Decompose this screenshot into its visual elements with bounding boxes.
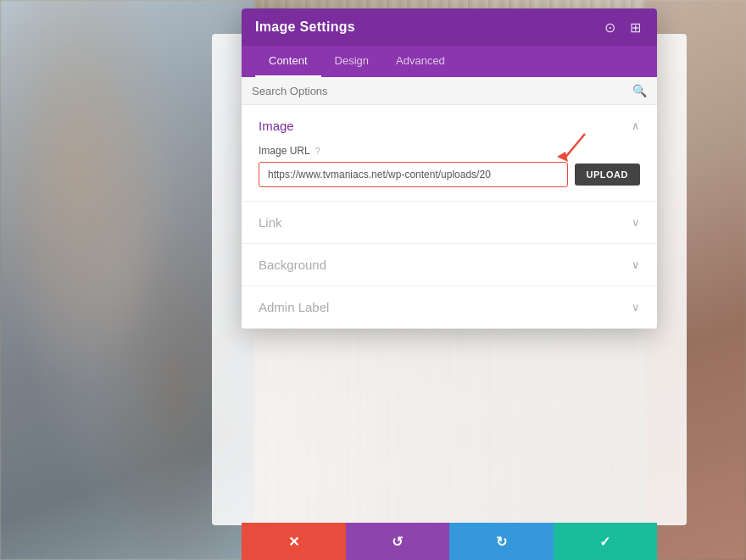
image-url-help[interactable]: ? [315,146,320,156]
tab-bar: Content Design Advanced [242,46,657,77]
section-image-chevron: ∧ [632,119,640,132]
panel-body: Image ∧ Image URL ? [242,105,657,329]
tab-design[interactable]: Design [321,46,382,77]
section-background-title: Background [259,258,326,272]
panel-title: Image Settings [255,19,355,35]
image-settings-panel: Image Settings ⊙ ⊞ Content Design Advanc… [242,8,657,329]
section-link-title: Link [259,215,282,230]
svg-marker-1 [557,152,568,162]
tab-content[interactable]: Content [255,46,321,77]
image-url-input[interactable] [259,162,568,187]
redo-button[interactable]: ↻ [449,523,554,560]
panel-header: Image Settings ⊙ ⊞ [242,8,657,46]
section-link-chevron: ∨ [632,216,640,229]
arrow-indicator [538,130,589,167]
search-icon: 🔍 [632,84,647,97]
image-url-input-row: UPLOAD [259,162,640,187]
undo-button[interactable]: ↺ [346,523,450,560]
section-image: Image ∧ Image URL ? [242,105,657,202]
section-background-chevron: ∨ [632,258,640,271]
svg-line-0 [564,134,585,159]
search-input[interactable] [252,85,632,97]
section-background-header[interactable]: Background ∨ [259,258,640,272]
section-admin-label-header[interactable]: Admin Label ∨ [259,300,640,314]
section-image-title: Image [259,119,294,133]
section-admin-label: Admin Label ∨ [242,286,657,329]
target-icon[interactable]: ⊙ [601,19,618,36]
search-bar: 🔍 [242,77,657,105]
image-url-field: Image URL ? UPLOAD [259,145,640,187]
section-link-header[interactable]: Link ∨ [259,215,640,230]
section-admin-label-title: Admin Label [259,300,329,314]
save-button[interactable]: ✓ [554,523,658,560]
section-background: Background ∨ [242,244,657,286]
cancel-button[interactable]: ✕ [242,523,346,560]
panel-header-icons: ⊙ ⊞ [601,19,643,36]
tab-advanced[interactable]: Advanced [382,46,459,77]
layout-icon[interactable]: ⊞ [626,19,643,36]
section-link: Link ∨ [242,202,657,244]
bottom-action-bar: ✕ ↺ ↻ ✓ [242,523,657,560]
section-admin-label-chevron: ∨ [632,301,640,313]
